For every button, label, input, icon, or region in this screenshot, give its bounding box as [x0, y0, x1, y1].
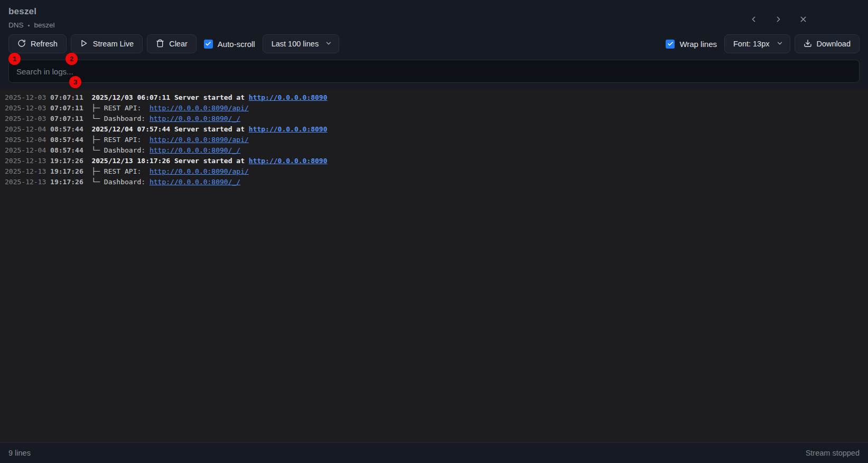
refresh-button[interactable]: Refresh	[8, 34, 67, 53]
log-time: 08:57:44	[50, 125, 83, 133]
window-header: beszel DNS • beszel	[0, 0, 868, 29]
clear-button[interactable]: Clear	[147, 34, 197, 53]
log-date: 2025-12-13	[5, 167, 46, 175]
log-date: 2025-12-13	[5, 178, 46, 186]
lines-count-value: Last 100 lines	[272, 40, 319, 48]
log-time: 07:07:11	[50, 115, 83, 122]
download-button[interactable]: Download	[795, 34, 860, 53]
breadcrumb-separator: •	[28, 22, 30, 29]
log-time: 08:57:44	[50, 136, 83, 144]
log-message: ├─ REST API:	[91, 104, 150, 112]
breadcrumb-stack: DNS	[8, 21, 24, 29]
log-time: 19:17:26	[50, 178, 83, 186]
log-message: 2025/12/04 07:57:44 Server started at	[91, 125, 248, 133]
trash-icon	[156, 39, 164, 49]
checkbox-checked-icon	[666, 40, 675, 49]
annotation-badge-1: 1	[8, 53, 21, 65]
log-line: 2025-12-04 08:57:44 └─ Dashboard: http:/…	[5, 145, 863, 156]
log-message: └─ Dashboard:	[91, 146, 150, 154]
close-icon	[799, 15, 808, 25]
breadcrumb: DNS • beszel	[8, 21, 54, 29]
autoscroll-label: Auto-scroll	[218, 40, 255, 49]
autoscroll-checkbox[interactable]: Auto-scroll	[204, 40, 255, 49]
log-line: 2025-12-03 07:07:11 ├─ REST API: http://…	[5, 103, 863, 114]
log-link[interactable]: http://0.0.0.0:8090	[249, 125, 328, 133]
log-viewer-window: beszel DNS • beszel Refresh	[0, 0, 868, 463]
log-message: ├─ REST API:	[91, 136, 150, 144]
log-line: 2025-12-04 08:57:44 ├─ REST API: http://…	[5, 135, 863, 145]
log-date: 2025-12-03	[5, 115, 46, 122]
log-line: 2025-12-13 19:17:26 ├─ REST API: http://…	[5, 166, 863, 177]
clear-label: Clear	[169, 40, 188, 48]
close-button[interactable]	[798, 14, 809, 26]
next-container-button[interactable]	[773, 14, 784, 26]
log-line: 2025-12-03 07:07:11 2025/12/03 06:07:11 …	[5, 92, 863, 103]
annotation-badge-2: 2	[66, 53, 78, 65]
chevron-left-icon	[749, 15, 758, 25]
stream-live-button[interactable]: Stream Live	[71, 34, 143, 53]
breadcrumb-container: beszel	[34, 21, 54, 29]
stream-status: Stream stopped	[806, 449, 860, 457]
checkbox-checked-icon	[204, 40, 213, 49]
chevron-right-icon	[774, 15, 783, 25]
font-size-select[interactable]: Font: 13px	[724, 34, 790, 53]
log-link[interactable]: http://0.0.0.0:8090	[249, 93, 328, 101]
log-message: └─ Dashboard:	[91, 115, 150, 122]
log-link[interactable]: http://0.0.0.0:8090/api/	[150, 136, 249, 144]
container-title: beszel	[8, 6, 54, 17]
play-icon	[80, 39, 88, 49]
log-link[interactable]: http://0.0.0.0:8090/_/	[150, 115, 240, 122]
log-output[interactable]: 2025-12-03 07:07:11 2025/12/03 06:07:11 …	[0, 89, 868, 442]
log-date: 2025-12-03	[5, 93, 46, 101]
header-titles: beszel DNS • beszel	[8, 6, 54, 29]
status-bar: 9 lines Stream stopped	[0, 442, 868, 463]
line-count: 9 lines	[8, 449, 31, 457]
search-row	[0, 53, 868, 89]
log-time: 19:17:26	[50, 157, 83, 165]
log-link[interactable]: http://0.0.0.0:8090/_/	[150, 146, 240, 154]
header-nav	[748, 14, 809, 29]
log-link[interactable]: http://0.0.0.0:8090/_/	[150, 178, 240, 186]
wrap-lines-label: Wrap lines	[679, 40, 717, 49]
log-message: 2025/12/13 18:17:26 Server started at	[91, 157, 248, 165]
lines-count-select[interactable]: Last 100 lines	[263, 34, 339, 53]
log-line: 2025-12-13 19:17:26 2025/12/13 18:17:26 …	[5, 156, 863, 166]
log-message: ├─ REST API:	[91, 167, 150, 175]
log-date: 2025-12-04	[5, 146, 46, 154]
prev-container-button[interactable]	[748, 14, 759, 26]
refresh-label: Refresh	[31, 40, 58, 48]
log-line: 2025-12-13 19:17:26 └─ Dashboard: http:/…	[5, 177, 863, 187]
download-label: Download	[817, 40, 851, 48]
refresh-icon	[17, 39, 26, 49]
search-input[interactable]	[8, 60, 860, 83]
log-date: 2025-12-04	[5, 125, 46, 133]
log-date: 2025-12-03	[5, 104, 46, 112]
wrap-lines-checkbox[interactable]: Wrap lines	[666, 40, 717, 49]
log-link[interactable]: http://0.0.0.0:8090/api/	[150, 167, 249, 175]
log-link[interactable]: http://0.0.0.0:8090/api/	[150, 104, 249, 112]
log-link[interactable]: http://0.0.0.0:8090	[249, 157, 328, 165]
chevron-down-icon	[776, 40, 783, 49]
log-line: 2025-12-04 08:57:44 2025/12/04 07:57:44 …	[5, 124, 863, 135]
toolbar-right-group: Wrap lines Font: 13px Download	[662, 34, 860, 53]
log-time: 19:17:26	[50, 167, 83, 175]
download-icon	[804, 39, 812, 49]
stream-live-label: Stream Live	[93, 40, 134, 48]
log-line: 2025-12-03 07:07:11 └─ Dashboard: http:/…	[5, 114, 863, 124]
log-date: 2025-12-04	[5, 136, 46, 144]
log-message: └─ Dashboard:	[91, 178, 150, 186]
log-date: 2025-12-13	[5, 157, 46, 165]
log-time: 07:07:11	[50, 104, 83, 112]
chevron-down-icon	[325, 40, 332, 49]
annotation-badge-3: 3	[69, 76, 81, 88]
log-time: 07:07:11	[50, 93, 83, 101]
log-message: 2025/12/03 06:07:11 Server started at	[91, 93, 248, 101]
font-size-value: Font: 13px	[733, 40, 770, 48]
log-time: 08:57:44	[50, 146, 83, 154]
log-toolbar: Refresh Stream Live Clear Auto-scroll La…	[0, 29, 868, 53]
